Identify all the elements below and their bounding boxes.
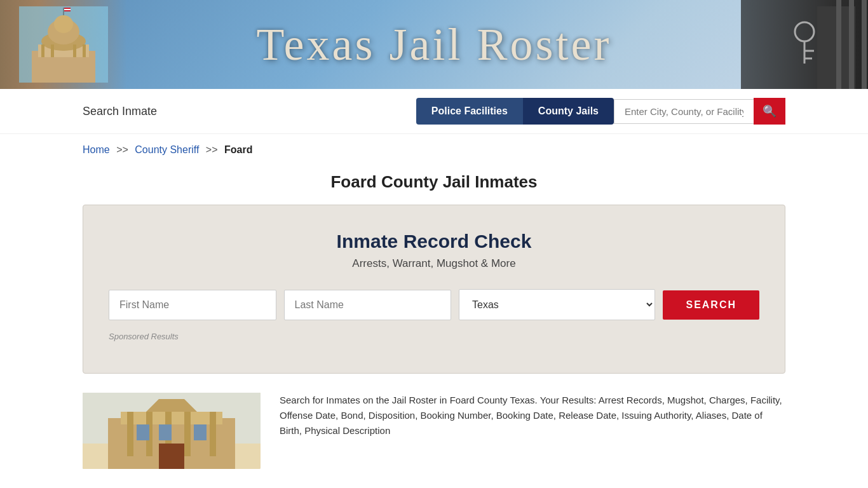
county-jails-button[interactable]: County Jails (523, 98, 614, 125)
banner-left-overlay (0, 0, 127, 89)
county-building-image (83, 393, 261, 469)
svg-rect-15 (836, 0, 841, 89)
svg-rect-7 (51, 44, 54, 57)
svg-rect-16 (849, 0, 854, 89)
svg-rect-32 (137, 424, 149, 440)
sponsored-results-label: Sponsored Results (109, 332, 759, 341)
svg-rect-12 (64, 9, 71, 10)
facility-search-button[interactable]: 🔍 (754, 98, 785, 125)
search-icon: 🔍 (763, 104, 776, 118)
breadcrumb: Home >> County Sheriff >> Foard (0, 134, 868, 166)
breadcrumb-home-link[interactable]: Home (83, 144, 110, 155)
svg-rect-9 (83, 44, 86, 57)
svg-rect-27 (127, 412, 133, 456)
svg-point-5 (54, 15, 73, 33)
state-select[interactable]: AlabamaAlaskaArizonaArkansasCaliforniaCo… (459, 289, 655, 320)
banner-title: Texas Jail Roster (257, 18, 612, 71)
navbar: Search Inmate Police Facilities County J… (0, 89, 868, 134)
svg-rect-8 (73, 44, 76, 57)
facility-search-input[interactable] (614, 99, 754, 124)
svg-rect-31 (210, 412, 216, 456)
banner: Texas Jail Roster (0, 0, 868, 89)
record-check-title: Inmate Record Check (109, 231, 759, 252)
svg-rect-33 (159, 424, 172, 440)
county-building-svg (83, 393, 261, 469)
breadcrumb-current: Foard (224, 144, 252, 155)
jail-keys-icon (741, 0, 868, 89)
last-name-input[interactable] (284, 290, 452, 320)
record-check-section: Inmate Record Check Arrests, Warrant, Mu… (83, 205, 785, 374)
search-inmate-label: Search Inmate (83, 105, 157, 118)
page-title: Foard County Jail Inmates (0, 172, 868, 192)
page-title-section: Foard County Jail Inmates (0, 166, 868, 205)
bottom-description: Search for Inmates on the Jail Roster in… (280, 393, 785, 438)
nav-right-group: Police Facilities County Jails 🔍 (416, 98, 785, 125)
svg-rect-35 (159, 444, 184, 469)
breadcrumb-sep2: >> (206, 144, 218, 155)
bottom-section: Search for Inmates on the Jail Roster in… (0, 393, 868, 469)
first-name-input[interactable] (109, 290, 276, 320)
breadcrumb-sep1: >> (116, 144, 128, 155)
svg-rect-6 (41, 44, 44, 57)
svg-rect-34 (194, 424, 207, 440)
police-facilities-button[interactable]: Police Facilities (416, 98, 523, 125)
svg-rect-17 (862, 0, 867, 89)
record-check-form: AlabamaAlaskaArizonaArkansasCaliforniaCo… (109, 289, 759, 320)
record-check-subtitle: Arrests, Warrant, Mugshot & More (109, 257, 759, 270)
svg-rect-30 (184, 412, 191, 456)
capitol-dome-icon (19, 6, 108, 83)
record-search-button[interactable]: SEARCH (663, 290, 759, 320)
breadcrumb-county-sheriff-link[interactable]: County Sheriff (135, 144, 199, 155)
banner-right-overlay (741, 0, 868, 89)
